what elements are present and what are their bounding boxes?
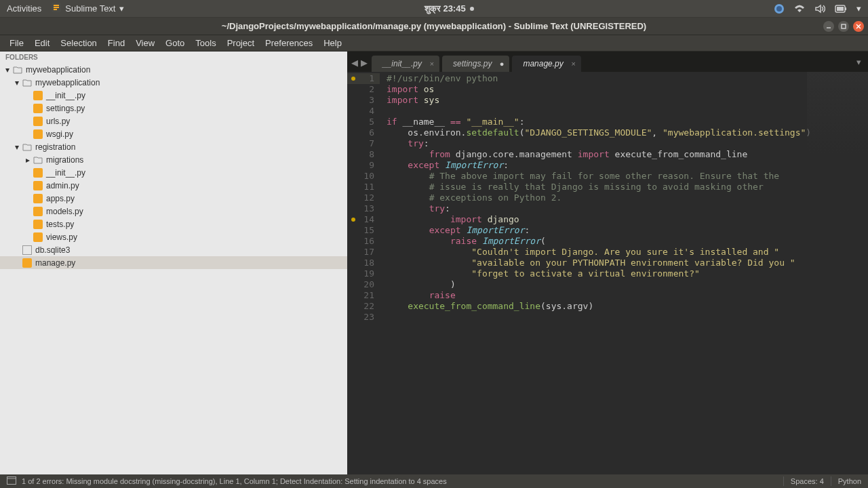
- python-file-icon: [33, 91, 43, 100]
- menu-edit[interactable]: Edit: [29, 38, 55, 48]
- code-line[interactable]: "forget to activate a virtual environmen…: [387, 268, 868, 279]
- tab-dirty-icon[interactable]: ●: [500, 60, 505, 68]
- clock-label: शुक्र 23:45: [425, 3, 466, 14]
- code-line[interactable]: "Couldn't import Django. Are you sure it…: [387, 247, 868, 258]
- code-line[interactable]: [387, 106, 868, 117]
- menu-find[interactable]: Find: [102, 38, 130, 48]
- code-content[interactable]: #!/usr/bin/env pythonimport osimport sys…: [380, 72, 868, 474]
- tree-item-label: registration: [35, 142, 75, 152]
- wifi-icon[interactable]: [794, 3, 805, 14]
- tree-item-admin-py[interactable]: admin.py: [0, 179, 347, 192]
- tree-item-urls-py[interactable]: urls.py: [0, 115, 347, 127]
- tree-item-label: models.py: [46, 207, 83, 216]
- tree-item-label: apps.py: [46, 194, 75, 203]
- gutter-line: 16: [347, 236, 380, 247]
- code-line[interactable]: import sys: [387, 95, 868, 106]
- tree-item-tests-py[interactable]: tests.py: [0, 218, 347, 230]
- folder-icon: [22, 78, 32, 87]
- code-line[interactable]: execute_from_command_line(sys.argv): [387, 301, 868, 312]
- tab-strip: ◀ ▶ __init__.py×settings.py●manage.py× ▾: [347, 52, 868, 72]
- disclosure-icon[interactable]: ▾: [4, 66, 11, 73]
- menu-goto[interactable]: Goto: [160, 38, 190, 48]
- tree-item-label: db.sqlite3: [35, 245, 70, 255]
- menu-tools[interactable]: Tools: [190, 38, 221, 48]
- gutter-line: 20: [347, 279, 380, 290]
- tab-close-icon[interactable]: ×: [571, 60, 575, 68]
- tree-item-apps-py[interactable]: apps.py: [0, 192, 347, 205]
- code-line[interactable]: #!/usr/bin/env python: [387, 73, 868, 84]
- tree-item-db-sqlite3[interactable]: db.sqlite3: [0, 243, 347, 256]
- status-syntax[interactable]: Python: [838, 477, 861, 485]
- tree-item-__init__-py[interactable]: __init__.py: [0, 166, 347, 179]
- code-line[interactable]: try:: [387, 203, 868, 214]
- status-error-text[interactable]: 1 of 2 errors: Missing module docstring …: [22, 477, 447, 485]
- disclosure-icon[interactable]: ▾: [14, 144, 20, 150]
- gutter-line: 9: [347, 160, 380, 171]
- code-line[interactable]: raise ImportError(: [387, 236, 868, 247]
- gutter-line: 4: [347, 106, 380, 117]
- clock[interactable]: शुक्र 23:45: [124, 3, 774, 14]
- status-indentation[interactable]: Spaces: 4: [791, 477, 824, 485]
- tree-item-mywebapplication[interactable]: ▾mywebapplication: [0, 76, 347, 89]
- tab-__init__-py[interactable]: __init__.py×: [372, 56, 439, 72]
- system-menu-chevron-icon[interactable]: ▾: [856, 3, 861, 14]
- activities-button[interactable]: Activities: [7, 3, 41, 14]
- tab-history-forward-icon[interactable]: ▶: [361, 58, 368, 68]
- gutter-line: 23: [347, 312, 380, 323]
- code-editor[interactable]: 1234567891011121314151617181920212223 #!…: [347, 72, 868, 474]
- code-line[interactable]: # The above import may fail for some oth…: [387, 171, 868, 182]
- volume-icon[interactable]: [814, 3, 825, 14]
- code-line[interactable]: [387, 312, 868, 323]
- code-line[interactable]: ): [387, 279, 868, 290]
- menu-file[interactable]: File: [4, 38, 29, 48]
- code-line[interactable]: except ImportError:: [387, 225, 868, 236]
- python-file-icon: [33, 117, 43, 126]
- tree-item-migrations[interactable]: ▸migrations: [0, 153, 347, 166]
- code-line[interactable]: except ImportError:: [387, 160, 868, 171]
- code-line[interactable]: try:: [387, 138, 868, 149]
- tree-item-registration[interactable]: ▾registration: [0, 140, 347, 153]
- code-line[interactable]: # exceptions on Python 2.: [387, 192, 868, 203]
- code-line[interactable]: if __name__ == "__main__":: [387, 117, 868, 127]
- tree-item-manage-py[interactable]: manage.py: [0, 256, 347, 269]
- code-line[interactable]: from django.core.management import execu…: [387, 149, 868, 160]
- tree-item-views-py[interactable]: views.py: [0, 230, 347, 243]
- tree-item-mywebapplication[interactable]: ▾mywebapplication: [0, 63, 347, 76]
- menu-help[interactable]: Help: [318, 38, 347, 48]
- tab-dropdown-icon[interactable]: ▾: [856, 57, 861, 67]
- tab-label: __init__.py: [382, 59, 422, 68]
- maximize-button[interactable]: [838, 21, 849, 32]
- minimap[interactable]: [807, 72, 868, 153]
- gutter-line: 13: [347, 203, 380, 214]
- code-line[interactable]: "available on your PYTHONPATH environmen…: [387, 258, 868, 268]
- app-indicator-icon[interactable]: [774, 3, 785, 14]
- gutter-line: 8: [347, 149, 380, 160]
- tab-history-back-icon[interactable]: ◀: [351, 58, 358, 68]
- code-line[interactable]: # issue is really that Django is missing…: [387, 182, 868, 192]
- tree-item-__init__-py[interactable]: __init__.py: [0, 89, 347, 102]
- tree-item-wsgi-py[interactable]: wsgi.py: [0, 127, 347, 140]
- minimize-button[interactable]: [823, 21, 834, 32]
- tree-item-settings-py[interactable]: settings.py: [0, 102, 347, 115]
- code-line[interactable]: raise: [387, 290, 868, 301]
- menu-view[interactable]: View: [130, 38, 160, 48]
- code-line[interactable]: import os: [387, 84, 868, 95]
- menu-project[interactable]: Project: [222, 38, 260, 48]
- menu-selection[interactable]: Selection: [55, 38, 102, 48]
- sidebar: FOLDERS ▾mywebapplication▾mywebapplicati…: [0, 52, 347, 474]
- tab-manage-py[interactable]: manage.py×: [512, 56, 580, 72]
- code-line[interactable]: os.environ.setdefault("DJANGO_SETTINGS_M…: [387, 127, 868, 138]
- menu-preferences[interactable]: Preferences: [260, 38, 318, 48]
- tab-settings-py[interactable]: settings.py●: [442, 56, 509, 72]
- disclosure-icon[interactable]: ▾: [14, 79, 20, 86]
- code-line[interactable]: import django: [387, 214, 868, 225]
- close-button[interactable]: [853, 21, 864, 32]
- tab-close-icon[interactable]: ×: [430, 60, 434, 68]
- console-icon[interactable]: [7, 476, 16, 486]
- battery-icon[interactable]: [835, 5, 847, 13]
- tree-item-models-py[interactable]: models.py: [0, 205, 347, 218]
- folder-tree[interactable]: ▾mywebapplication▾mywebapplication__init…: [0, 63, 347, 474]
- gutter-line: 12: [347, 192, 380, 203]
- app-menu[interactable]: Sublime Text ▾: [52, 3, 124, 14]
- disclosure-icon[interactable]: ▸: [24, 157, 31, 163]
